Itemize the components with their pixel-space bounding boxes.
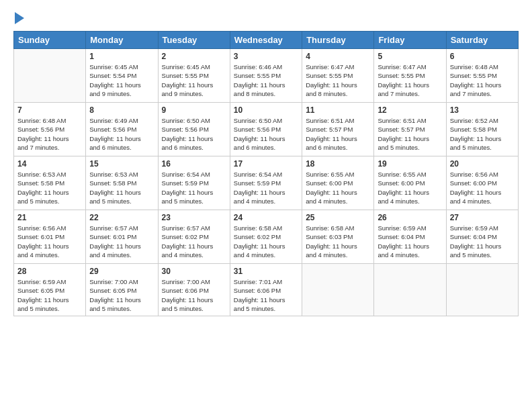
- header: [13, 12, 519, 24]
- day-info: Sunrise: 6:59 AM Sunset: 6:04 PM Dayligh…: [378, 224, 442, 259]
- day-number: 21: [17, 213, 82, 222]
- day-info: Sunrise: 7:00 AM Sunset: 6:06 PM Dayligh…: [162, 277, 226, 313]
- day-number: 23: [162, 213, 226, 222]
- calendar-week-row: 28Sunrise: 6:59 AM Sunset: 6:05 PM Dayli…: [14, 264, 519, 316]
- day-info: Sunrise: 6:54 AM Sunset: 5:59 PM Dayligh…: [234, 170, 298, 205]
- day-number: 9: [162, 105, 226, 115]
- calendar-cell: 22Sunrise: 6:57 AM Sunset: 6:01 PM Dayli…: [86, 210, 158, 264]
- calendar-cell: 9Sunrise: 6:50 AM Sunset: 5:56 PM Daylig…: [158, 103, 230, 156]
- day-number: 6: [450, 52, 515, 61]
- page: SundayMondayTuesdayWednesdayThursdayFrid…: [0, 0, 532, 411]
- calendar-cell: 28Sunrise: 6:59 AM Sunset: 6:05 PM Dayli…: [14, 264, 86, 316]
- calendar-cell: 21Sunrise: 6:56 AM Sunset: 6:01 PM Dayli…: [14, 210, 86, 264]
- calendar-cell: 30Sunrise: 7:00 AM Sunset: 6:06 PM Dayli…: [158, 264, 230, 316]
- calendar-cell: 13Sunrise: 6:52 AM Sunset: 5:58 PM Dayli…: [446, 103, 518, 156]
- day-info: Sunrise: 6:55 AM Sunset: 6:00 PM Dayligh…: [306, 170, 370, 205]
- calendar-cell: [14, 49, 86, 103]
- calendar-cell: 6Sunrise: 6:48 AM Sunset: 5:55 PM Daylig…: [446, 49, 518, 103]
- logo: [13, 12, 24, 24]
- calendar-week-row: 1Sunrise: 6:45 AM Sunset: 5:54 PM Daylig…: [14, 49, 519, 103]
- weekday-header: Tuesday: [158, 32, 230, 49]
- calendar-cell: 23Sunrise: 6:57 AM Sunset: 6:02 PM Dayli…: [158, 210, 230, 264]
- day-number: 19: [378, 159, 442, 169]
- calendar-cell: 24Sunrise: 6:58 AM Sunset: 6:02 PM Dayli…: [230, 210, 302, 264]
- calendar-week-row: 7Sunrise: 6:48 AM Sunset: 5:56 PM Daylig…: [14, 103, 519, 156]
- calendar-cell: 16Sunrise: 6:54 AM Sunset: 5:59 PM Dayli…: [158, 156, 230, 210]
- calendar-cell: 5Sunrise: 6:47 AM Sunset: 5:55 PM Daylig…: [374, 49, 446, 103]
- day-number: 3: [234, 52, 298, 61]
- day-info: Sunrise: 7:01 AM Sunset: 6:06 PM Dayligh…: [234, 277, 298, 313]
- day-number: 14: [17, 159, 82, 169]
- day-info: Sunrise: 6:46 AM Sunset: 5:55 PM Dayligh…: [234, 62, 298, 98]
- logo-arrow-icon: [15, 12, 24, 24]
- calendar-cell: 4Sunrise: 6:47 AM Sunset: 5:55 PM Daylig…: [302, 49, 374, 103]
- weekday-header: Thursday: [302, 32, 374, 49]
- day-number: 27: [450, 213, 515, 222]
- day-info: Sunrise: 7:00 AM Sunset: 6:05 PM Dayligh…: [89, 277, 154, 313]
- calendar-cell: 18Sunrise: 6:55 AM Sunset: 6:00 PM Dayli…: [302, 156, 374, 210]
- day-number: 2: [162, 52, 226, 61]
- calendar-cell: 31Sunrise: 7:01 AM Sunset: 6:06 PM Dayli…: [230, 264, 302, 316]
- day-info: Sunrise: 6:51 AM Sunset: 5:57 PM Dayligh…: [306, 116, 370, 152]
- calendar-cell: [302, 264, 374, 316]
- calendar-cell: 12Sunrise: 6:51 AM Sunset: 5:57 PM Dayli…: [374, 103, 446, 156]
- calendar-cell: 20Sunrise: 6:56 AM Sunset: 6:00 PM Dayli…: [446, 156, 518, 210]
- day-info: Sunrise: 6:59 AM Sunset: 6:05 PM Dayligh…: [17, 277, 82, 313]
- calendar-cell: 19Sunrise: 6:55 AM Sunset: 6:00 PM Dayli…: [374, 156, 446, 210]
- day-info: Sunrise: 6:53 AM Sunset: 5:58 PM Dayligh…: [89, 170, 154, 205]
- day-number: 18: [306, 159, 370, 169]
- day-info: Sunrise: 6:58 AM Sunset: 6:02 PM Dayligh…: [234, 224, 298, 259]
- day-number: 28: [17, 267, 82, 276]
- day-info: Sunrise: 6:51 AM Sunset: 5:57 PM Dayligh…: [378, 116, 442, 152]
- calendar-cell: 1Sunrise: 6:45 AM Sunset: 5:54 PM Daylig…: [86, 49, 158, 103]
- calendar-cell: 15Sunrise: 6:53 AM Sunset: 5:58 PM Dayli…: [86, 156, 158, 210]
- calendar-cell: 8Sunrise: 6:49 AM Sunset: 5:56 PM Daylig…: [86, 103, 158, 156]
- day-info: Sunrise: 6:45 AM Sunset: 5:55 PM Dayligh…: [162, 62, 226, 98]
- day-info: Sunrise: 6:53 AM Sunset: 5:58 PM Dayligh…: [17, 170, 82, 205]
- day-info: Sunrise: 6:56 AM Sunset: 6:01 PM Dayligh…: [17, 224, 82, 259]
- calendar-cell: 29Sunrise: 7:00 AM Sunset: 6:05 PM Dayli…: [86, 264, 158, 316]
- day-number: 29: [89, 267, 154, 276]
- day-number: 25: [306, 213, 370, 222]
- day-info: Sunrise: 6:57 AM Sunset: 6:01 PM Dayligh…: [89, 224, 154, 259]
- day-number: 7: [17, 105, 82, 115]
- day-info: Sunrise: 6:58 AM Sunset: 6:03 PM Dayligh…: [306, 224, 370, 259]
- weekday-header: Sunday: [14, 32, 86, 49]
- calendar-cell: 3Sunrise: 6:46 AM Sunset: 5:55 PM Daylig…: [230, 49, 302, 103]
- day-info: Sunrise: 6:55 AM Sunset: 6:00 PM Dayligh…: [378, 170, 442, 205]
- weekday-header: Saturday: [446, 32, 518, 49]
- day-info: Sunrise: 6:50 AM Sunset: 5:56 PM Dayligh…: [162, 116, 226, 152]
- day-number: 24: [234, 213, 298, 222]
- day-info: Sunrise: 6:57 AM Sunset: 6:02 PM Dayligh…: [162, 224, 226, 259]
- calendar-cell: [374, 264, 446, 316]
- day-number: 20: [450, 159, 515, 169]
- weekday-header-row: SundayMondayTuesdayWednesdayThursdayFrid…: [14, 32, 519, 49]
- calendar-cell: 17Sunrise: 6:54 AM Sunset: 5:59 PM Dayli…: [230, 156, 302, 210]
- calendar-week-row: 14Sunrise: 6:53 AM Sunset: 5:58 PM Dayli…: [14, 156, 519, 210]
- day-number: 5: [378, 52, 442, 61]
- day-number: 13: [450, 105, 515, 115]
- day-number: 11: [306, 105, 370, 115]
- day-number: 12: [378, 105, 442, 115]
- calendar-cell: 10Sunrise: 6:50 AM Sunset: 5:56 PM Dayli…: [230, 103, 302, 156]
- day-number: 30: [162, 267, 226, 276]
- day-info: Sunrise: 6:48 AM Sunset: 5:55 PM Dayligh…: [450, 62, 515, 98]
- day-info: Sunrise: 6:48 AM Sunset: 5:56 PM Dayligh…: [17, 116, 82, 152]
- day-info: Sunrise: 6:47 AM Sunset: 5:55 PM Dayligh…: [306, 62, 370, 98]
- day-number: 8: [89, 105, 154, 115]
- calendar-cell: 26Sunrise: 6:59 AM Sunset: 6:04 PM Dayli…: [374, 210, 446, 264]
- weekday-header: Wednesday: [230, 32, 302, 49]
- calendar-cell: 27Sunrise: 6:59 AM Sunset: 6:04 PM Dayli…: [446, 210, 518, 264]
- weekday-header: Monday: [86, 32, 158, 49]
- day-number: 26: [378, 213, 442, 222]
- day-info: Sunrise: 6:50 AM Sunset: 5:56 PM Dayligh…: [234, 116, 298, 152]
- day-info: Sunrise: 6:54 AM Sunset: 5:59 PM Dayligh…: [162, 170, 226, 205]
- calendar-cell: 14Sunrise: 6:53 AM Sunset: 5:58 PM Dayli…: [14, 156, 86, 210]
- day-number: 10: [234, 105, 298, 115]
- day-number: 31: [234, 267, 298, 276]
- calendar-cell: 11Sunrise: 6:51 AM Sunset: 5:57 PM Dayli…: [302, 103, 374, 156]
- weekday-header: Friday: [374, 32, 446, 49]
- day-number: 15: [89, 159, 154, 169]
- calendar-cell: [446, 264, 518, 316]
- day-info: Sunrise: 6:56 AM Sunset: 6:00 PM Dayligh…: [450, 170, 515, 205]
